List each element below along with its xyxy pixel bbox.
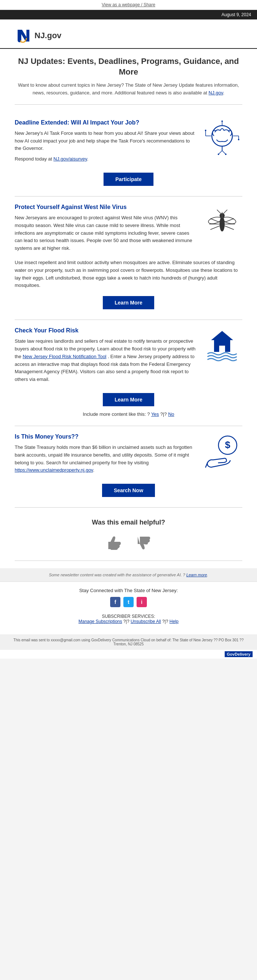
wnv-section-inner: Protect Yourself Against West Nile Virus… xyxy=(15,204,242,255)
njgov-link[interactable]: NJ.gov xyxy=(209,90,223,95)
search-now-button[interactable]: Search Now xyxy=(102,484,155,497)
helpful-title: Was this email helpful? xyxy=(15,519,242,527)
feedback-no-link[interactable]: No xyxy=(168,411,175,417)
logo-text: NJ.gov xyxy=(35,31,61,40)
svg-line-22 xyxy=(225,218,234,222)
svg-line-19 xyxy=(210,218,219,222)
social-title: Stay Connected with The State of New Jer… xyxy=(6,588,251,593)
flood-section-title: Check Your Flood Risk xyxy=(15,327,196,334)
flood-section: Check Your Flood Risk State law requires… xyxy=(15,320,242,426)
view-webpage-link[interactable]: View as a webpage / Share xyxy=(102,2,155,7)
intro-title: NJ Updates: Events, Deadlines, Programs,… xyxy=(15,56,242,77)
wnv-section-text: Protect Yourself Against West Nile Virus… xyxy=(15,204,196,255)
date-text: August 9, 2024 xyxy=(221,12,251,17)
flood-btn-container: Learn More xyxy=(15,393,242,406)
flood-section-text: Check Your Flood Risk State law requires… xyxy=(15,327,196,387)
svg-rect-29 xyxy=(219,346,225,352)
svg-line-25 xyxy=(217,210,221,213)
aisurvey-link[interactable]: NJ.gov/aisurvey xyxy=(54,156,87,162)
ai-section-inner: Deadline Extended: Will AI Impact Your J… xyxy=(15,119,242,166)
money-btn-container: Search Now xyxy=(15,484,242,497)
intro-section: NJ Updates: Events, Deadlines, Programs,… xyxy=(15,56,242,97)
ai-section-title: Deadline Extended: Will AI Impact Your J… xyxy=(15,119,196,126)
svg-marker-27 xyxy=(211,331,233,340)
wnv-section-body: New Jerseyans are encouraged to protect … xyxy=(15,214,196,252)
svg-line-21 xyxy=(210,226,219,229)
govdelivery-logo: GovDelivery xyxy=(0,650,257,659)
divider-1 xyxy=(15,104,242,105)
svg-point-4 xyxy=(205,130,206,131)
ai-section-text: Deadline Extended: Will AI Impact Your J… xyxy=(15,119,196,166)
social-section: Stay Connected with The State of New Jer… xyxy=(0,581,257,634)
date-bar: August 9, 2024 xyxy=(0,10,257,19)
svg-point-13 xyxy=(225,154,227,155)
helpful-icons xyxy=(15,534,242,553)
money-section-text: Is This Money Yours?? The State Treasury… xyxy=(15,433,196,477)
wnv-extra-body: Use insect repellent and limit outdoor a… xyxy=(15,259,242,290)
intro-body: Want to know about current topics in New… xyxy=(15,81,242,97)
bottom-footer: This email was sent to xxxxx@gmail.com u… xyxy=(0,634,257,650)
thumbs-down-icon[interactable] xyxy=(134,534,152,553)
facebook-icon[interactable]: f xyxy=(110,597,121,607)
footer-learn-more-link[interactable]: Learn more xyxy=(187,573,207,577)
subscriber-label: SUBSCRIBER SERVICES: xyxy=(102,614,155,619)
flood-section-body: State law requires landlords and sellers… xyxy=(15,337,196,383)
svg-point-11 xyxy=(218,154,219,155)
flood-learn-more-button[interactable]: Learn More xyxy=(103,393,154,406)
wnv-learn-more-button[interactable]: Learn More xyxy=(103,296,154,309)
money-section-inner: Is This Money Yours?? The State Treasury… xyxy=(15,433,242,477)
svg-point-9 xyxy=(221,121,223,122)
svg-text:$: $ xyxy=(225,439,230,450)
instagram-icon[interactable]: i xyxy=(136,597,147,607)
help-link[interactable]: Help xyxy=(170,619,179,624)
govdelivery-badge: GovDelivery xyxy=(225,651,252,657)
helpful-section: Was this email helpful? xyxy=(15,508,242,561)
flood-section-image xyxy=(202,327,242,364)
ai-brain-icon xyxy=(204,119,241,156)
twitter-icon[interactable]: t xyxy=(123,597,134,607)
manage-subscriptions-link[interactable]: Manage Subscriptions xyxy=(79,619,122,624)
money-section-image: $ xyxy=(202,433,242,470)
wnv-section-image xyxy=(202,204,242,240)
wnv-section-title: Protect Yourself Against West Nile Virus xyxy=(15,204,196,210)
thumbs-up-icon[interactable] xyxy=(105,534,123,553)
svg-line-12 xyxy=(222,151,226,154)
nj-logo: NJ.gov xyxy=(15,27,61,45)
money-section-body: The State Treasury holds more than $6 bi… xyxy=(15,444,196,474)
social-icons: f t i xyxy=(6,597,251,607)
ai-btn-container: Participate xyxy=(15,173,242,186)
feedback-yes-link[interactable]: Yes xyxy=(151,411,159,417)
flood-icon xyxy=(204,327,241,364)
svg-point-7 xyxy=(238,139,240,140)
main-content: NJ Updates: Events, Deadlines, Programs,… xyxy=(0,49,257,568)
footer-note: Some newsletter content was created with… xyxy=(0,568,257,581)
top-bar: View as a webpage / Share xyxy=(0,0,257,10)
svg-line-10 xyxy=(219,151,222,154)
svg-line-24 xyxy=(225,226,234,229)
ai-section-image xyxy=(202,119,242,156)
header: NJ.gov xyxy=(0,19,257,49)
nj-logo-icon xyxy=(15,27,32,45)
svg-point-14 xyxy=(219,217,225,231)
ai-section: Deadline Extended: Will AI Impact Your J… xyxy=(15,112,242,197)
ai-section-body: New Jersey's AI Task Force wants to hear… xyxy=(15,130,196,163)
money-section: Is This Money Yours?? The State Treasury… xyxy=(15,426,242,508)
wnv-section: Protect Yourself Against West Nile Virus… xyxy=(15,197,242,320)
money-icon: $ xyxy=(204,433,241,470)
flood-section-inner: Check Your Flood Risk State law requires… xyxy=(15,327,242,387)
subscriber-section: SUBSCRIBER SERVICES: Manage Subscription… xyxy=(6,611,251,628)
feedback-line: Include more content like this: ? Yes ?|… xyxy=(15,411,242,417)
flood-tool-link[interactable]: New Jersey Flood Risk Notification Tool xyxy=(23,354,106,359)
wnv-btn-container: Learn More xyxy=(15,296,242,309)
mosquito-icon xyxy=(204,204,241,240)
bottom-footer-text: This email was sent to xxxxx@gmail.com u… xyxy=(14,638,244,646)
unsubscribe-all-link[interactable]: Unsubscribe All xyxy=(131,619,161,624)
unclaimed-property-link[interactable]: https://www.unclaimedproperty.nj.gov xyxy=(15,467,93,473)
svg-line-26 xyxy=(224,210,227,213)
participate-button[interactable]: Participate xyxy=(103,173,154,186)
money-section-title: Is This Money Yours?? xyxy=(15,433,196,440)
